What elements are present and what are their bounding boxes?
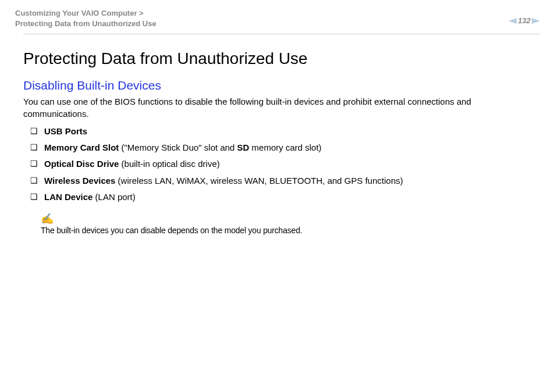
- note-icon: ✍: [41, 212, 532, 225]
- svg-marker-0: [508, 18, 517, 24]
- note-block: ✍ The built-in devices you can disable d…: [23, 212, 532, 236]
- list-item: Memory Card Slot ("Memory Stick Duo" slo…: [30, 142, 532, 154]
- device-detail: (LAN port): [92, 192, 135, 202]
- breadcrumb-line2[interactable]: Protecting Data from Unauthorized Use: [15, 19, 156, 29]
- device-list: USB Ports Memory Card Slot ("Memory Stic…: [23, 126, 532, 203]
- device-name: USB Ports: [44, 126, 87, 136]
- device-detail-bold: SD: [237, 142, 250, 152]
- device-detail-suffix: memory card slot): [249, 142, 321, 152]
- page-number: 132: [518, 16, 531, 25]
- intro-paragraph: You can use one of the BIOS functions to…: [23, 96, 532, 120]
- device-name: Memory Card Slot: [44, 142, 119, 152]
- main-content: Protecting Data from Unauthorized Use Di…: [0, 34, 555, 236]
- device-detail: (built-in optical disc drive): [119, 159, 219, 169]
- list-item: LAN Device (LAN port): [30, 191, 532, 203]
- svg-marker-1: [532, 18, 540, 24]
- note-text: The built-in devices you can disable dep…: [41, 226, 302, 235]
- device-detail-prefix: ("Memory Stick Duo" slot and: [119, 142, 237, 152]
- page-header: Customizing Your VAIO Computer > Protect…: [0, 0, 555, 34]
- list-item: USB Ports: [30, 126, 532, 137]
- prev-page-arrow-icon[interactable]: [508, 18, 517, 24]
- device-name: Optical Disc Drive: [44, 159, 119, 169]
- device-detail: (wireless LAN, WiMAX, wireless WAN, BLUE…: [115, 176, 403, 186]
- list-item: Optical Disc Drive (built-in optical dis…: [30, 158, 532, 170]
- next-page-arrow-icon[interactable]: [532, 18, 540, 24]
- list-item: Wireless Devices (wireless LAN, WiMAX, w…: [30, 175, 532, 187]
- device-name: Wireless Devices: [44, 176, 115, 186]
- device-name: LAN Device: [44, 192, 92, 202]
- page-navigation: 132: [508, 16, 540, 25]
- breadcrumb: Customizing Your VAIO Computer > Protect…: [15, 8, 156, 29]
- page-title: Protecting Data from Unauthorized Use: [23, 49, 532, 68]
- section-title: Disabling Built-in Devices: [23, 79, 532, 92]
- breadcrumb-line1[interactable]: Customizing Your VAIO Computer >: [15, 8, 156, 19]
